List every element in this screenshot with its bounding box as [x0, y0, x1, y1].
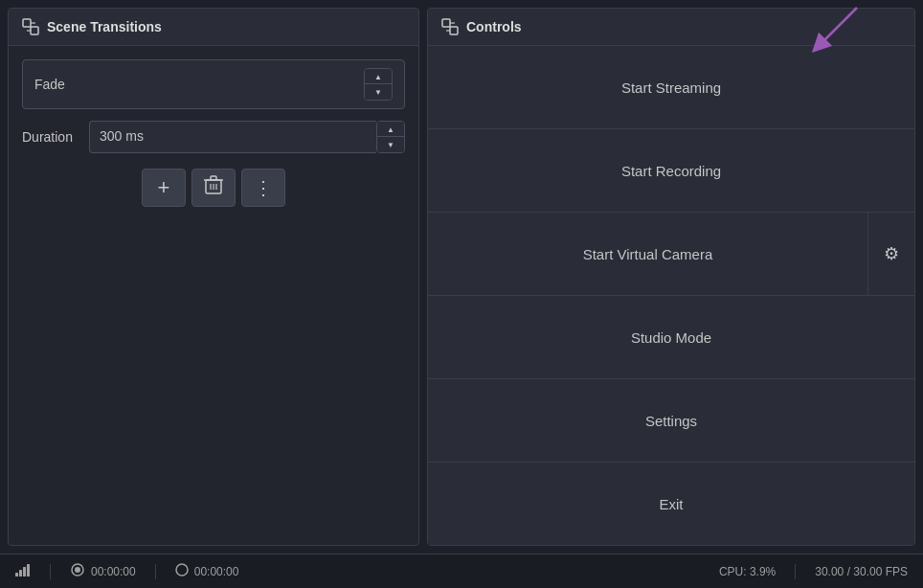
svg-rect-17	[23, 567, 26, 577]
transition-select-arrows	[364, 68, 393, 101]
start-streaming-label: Start Streaming	[621, 79, 721, 96]
duration-value[interactable]: 300 ms	[89, 121, 376, 153]
transition-select[interactable]: Fade	[22, 59, 405, 109]
start-virtual-camera-label: Start Virtual Camera	[583, 246, 713, 262]
delete-transition-button[interactable]	[191, 169, 236, 207]
svg-point-20	[75, 567, 80, 573]
chevron-down-icon-duration	[387, 140, 394, 149]
svg-rect-18	[27, 564, 30, 577]
scene-transitions-panel: Scene Transitions Fade	[8, 8, 419, 546]
more-options-button[interactable]	[241, 169, 285, 207]
svg-rect-16	[19, 570, 22, 577]
transition-arrow-down[interactable]	[365, 84, 392, 100]
scene-transitions-icon	[22, 18, 39, 35]
divider-1	[50, 564, 51, 579]
three-dots-icon	[254, 176, 273, 199]
fps-stat: 30.00 / 30.00 FPS	[815, 565, 908, 578]
duration-arrow-up[interactable]	[377, 122, 404, 137]
signal-icon	[15, 563, 31, 579]
exit-button[interactable]: Exit	[428, 463, 914, 545]
add-transition-button[interactable]	[142, 169, 186, 207]
signal-group	[15, 563, 31, 579]
virtual-camera-row: Start Virtual Camera	[428, 213, 914, 296]
svg-rect-10	[442, 19, 450, 27]
transition-select-row: Fade	[22, 59, 405, 109]
cpu-stat: CPU: 3.9%	[719, 565, 776, 578]
transition-value: Fade	[34, 77, 65, 92]
controls-icon	[441, 18, 459, 35]
duration-arrow-down[interactable]	[377, 137, 404, 152]
panel-header-right: Controls	[428, 9, 914, 46]
start-streaming-button[interactable]: Start Streaming	[428, 46, 914, 129]
duration-input-group: 300 ms	[89, 121, 405, 153]
stream-time: 00:00:00	[91, 565, 136, 578]
trash-icon	[204, 175, 223, 200]
status-bar: 00:00:00 00:00:00 CPU: 3.9% 30.00 / 30.0…	[0, 554, 923, 588]
svg-rect-6	[211, 176, 216, 180]
svg-rect-1	[31, 27, 38, 34]
exit-label: Exit	[659, 496, 683, 512]
record-icon-group: 00:00:00	[175, 563, 239, 579]
plus-icon	[158, 175, 170, 200]
transition-arrow-up[interactable]	[365, 69, 392, 84]
chevron-down-icon	[374, 87, 382, 97]
controls-title: Controls	[466, 19, 522, 34]
studio-mode-button[interactable]: Studio Mode	[428, 296, 914, 379]
stream-icon	[70, 562, 85, 580]
duration-arrows	[376, 121, 405, 153]
settings-button[interactable]: Settings	[428, 379, 914, 463]
panel-header-left: Scene Transitions	[9, 9, 418, 46]
virtual-camera-settings-button[interactable]	[868, 213, 914, 295]
divider-2	[155, 564, 156, 579]
record-icon	[175, 563, 189, 579]
duration-label: Duration	[22, 129, 79, 145]
scene-transitions-content: Fade Duration 300 ms	[9, 46, 418, 220]
settings-label: Settings	[645, 413, 697, 429]
chevron-up-icon-duration	[387, 124, 394, 134]
duration-row: Duration 300 ms	[22, 121, 405, 153]
start-virtual-camera-button[interactable]: Start Virtual Camera	[428, 213, 868, 295]
stream-icon-group: 00:00:00	[70, 562, 136, 580]
start-recording-label: Start Recording	[621, 163, 721, 179]
controls-panel: Controls Start Streaming Start Recor	[427, 8, 915, 546]
svg-rect-15	[15, 573, 18, 577]
studio-mode-label: Studio Mode	[631, 329, 711, 346]
action-buttons-row	[22, 169, 405, 207]
gear-icon	[884, 243, 899, 264]
svg-rect-11	[450, 27, 458, 34]
svg-point-21	[176, 564, 188, 576]
controls-list: Start Streaming Start Recording	[428, 46, 914, 545]
divider-3	[795, 564, 796, 579]
svg-rect-0	[23, 19, 31, 27]
scene-transitions-title: Scene Transitions	[47, 19, 162, 34]
start-recording-button[interactable]: Start Recording	[428, 129, 914, 213]
chevron-up-icon	[374, 72, 382, 81]
record-time: 00:00:00	[194, 565, 239, 578]
